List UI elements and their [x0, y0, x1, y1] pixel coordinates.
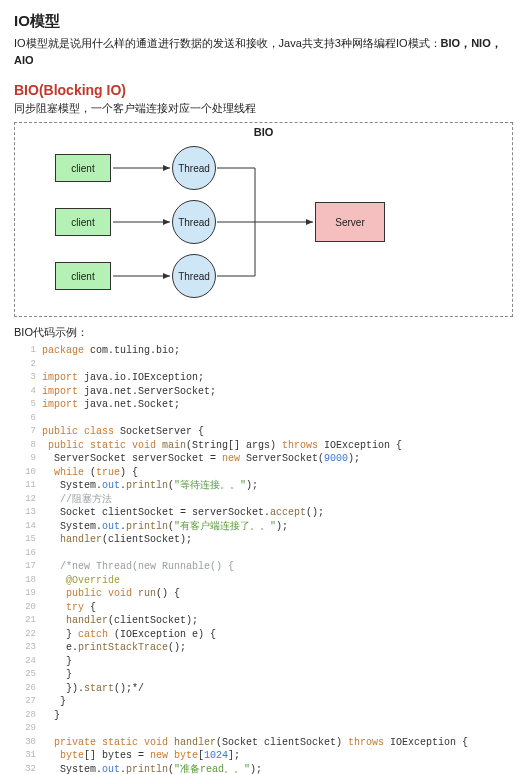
line-number: 5 — [14, 398, 36, 410]
code-line: 32 System.out.println("准备read。。"); — [42, 763, 513, 775]
code-line: 29 — [42, 722, 513, 736]
line-number: 10 — [14, 466, 36, 478]
code-line: 7public class SocketServer { — [42, 425, 513, 439]
code-line: 3import java.io.IOException; — [42, 371, 513, 385]
line-number: 4 — [14, 385, 36, 397]
line-number: 8 — [14, 439, 36, 451]
code-line: 9 ServerSocket serverSocket = new Server… — [42, 452, 513, 466]
code-line: 21 handler(clientSocket); — [42, 614, 513, 628]
line-number: 3 — [14, 371, 36, 383]
line-number: 29 — [14, 722, 36, 734]
line-number: 23 — [14, 641, 36, 653]
line-number: 32 — [14, 763, 36, 775]
line-number: 22 — [14, 628, 36, 640]
diagram-client-box: client — [55, 262, 111, 290]
code-line: 14 System.out.println("有客户端连接了。。"); — [42, 520, 513, 534]
code-line: 6 — [42, 412, 513, 426]
diagram-thread-node: Thread — [172, 254, 216, 298]
line-number: 17 — [14, 560, 36, 572]
intro-paragraph: IO模型就是说用什么样的通道进行数据的发送和接收，Java共支持3种网络编程IO… — [14, 35, 513, 68]
line-number: 6 — [14, 412, 36, 424]
code-line: 10 while (true) { — [42, 466, 513, 480]
line-number: 26 — [14, 682, 36, 694]
line-number: 9 — [14, 452, 36, 464]
heading-bio: BIO(Blocking IO) — [14, 82, 513, 98]
line-number: 14 — [14, 520, 36, 532]
diagram-thread-node: Thread — [172, 146, 216, 190]
code-line: 1package com.tuling.bio; — [42, 344, 513, 358]
bio-description: 同步阻塞模型，一个客户端连接对应一个处理线程 — [14, 101, 513, 116]
code-line: 13 Socket clientSocket = serverSocket.ac… — [42, 506, 513, 520]
line-number: 25 — [14, 668, 36, 680]
code-line: 16 — [42, 547, 513, 561]
code-line: 17 /*new Thread(new Runnable() { — [42, 560, 513, 574]
code-line: 11 System.out.println("等待连接。。"); — [42, 479, 513, 493]
code-line: 19 public void run() { — [42, 587, 513, 601]
code-line: 20 try { — [42, 601, 513, 615]
line-number: 1 — [14, 344, 36, 356]
code-line: 8 public static void main(String[] args)… — [42, 439, 513, 453]
code-line: 30 private static void handler(Socket cl… — [42, 736, 513, 750]
line-number: 16 — [14, 547, 36, 559]
code-line: 15 handler(clientSocket); — [42, 533, 513, 547]
diagram-client-box: client — [55, 208, 111, 236]
line-number: 31 — [14, 749, 36, 761]
line-number: 12 — [14, 493, 36, 505]
code-line: 5import java.net.Socket; — [42, 398, 513, 412]
line-number: 18 — [14, 574, 36, 586]
code-block: 1package com.tuling.bio;2 3import java.i… — [14, 344, 513, 774]
diagram-thread-node: Thread — [172, 200, 216, 244]
code-line: 28 } — [42, 709, 513, 723]
code-line: 18 @Override — [42, 574, 513, 588]
line-number: 21 — [14, 614, 36, 626]
line-number: 2 — [14, 358, 36, 370]
line-number: 28 — [14, 709, 36, 721]
line-number: 13 — [14, 506, 36, 518]
code-line: 25 } — [42, 668, 513, 682]
code-line: 2 — [42, 358, 513, 372]
diagram-client-box: client — [55, 154, 111, 182]
intro-text: IO模型就是说用什么样的通道进行数据的发送和接收，Java共支持3种网络编程IO… — [14, 37, 441, 49]
code-line: 27 } — [42, 695, 513, 709]
line-number: 20 — [14, 601, 36, 613]
line-number: 19 — [14, 587, 36, 599]
line-number: 15 — [14, 533, 36, 545]
line-number: 30 — [14, 736, 36, 748]
bio-diagram: BIO client client client Thread Thread T… — [14, 122, 513, 317]
line-number: 7 — [14, 425, 36, 437]
code-line: 31 byte[] bytes = new byte[1024]; — [42, 749, 513, 763]
code-line: 4import java.net.ServerSocket; — [42, 385, 513, 399]
code-line: 22 } catch (IOException e) { — [42, 628, 513, 642]
code-line: 23 e.printStackTrace(); — [42, 641, 513, 655]
heading-io-model: IO模型 — [14, 12, 513, 31]
diagram-server-box: Server — [315, 202, 385, 242]
line-number: 11 — [14, 479, 36, 491]
line-number: 24 — [14, 655, 36, 667]
code-line: 12 //阻塞方法 — [42, 493, 513, 507]
code-caption: BIO代码示例： — [14, 325, 513, 340]
code-line: 26 }).start();*/ — [42, 682, 513, 696]
code-line: 24 } — [42, 655, 513, 669]
line-number: 27 — [14, 695, 36, 707]
